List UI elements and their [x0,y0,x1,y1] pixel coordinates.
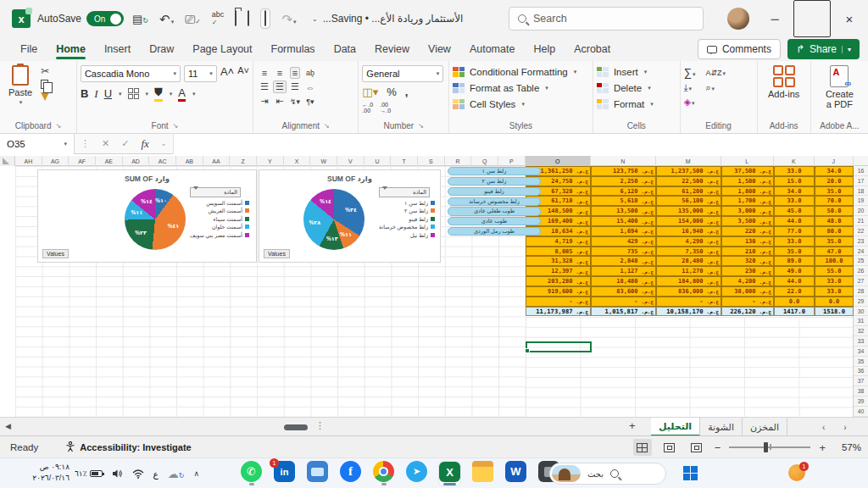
document-title[interactable]: الأستثمار وريادة الأع... • Saving...⌄ [312,0,463,37]
autosum-icon[interactable]: ∑▾ [684,66,696,79]
add-sheet-button[interactable]: + [629,419,636,432]
cell-styles-button[interactable]: Cell Styles▾ [453,96,525,112]
slicer-item[interactable]: طوب رمل الوردي [448,227,541,236]
increase-indent-icon[interactable]: ⇤ [275,96,283,107]
cell-L-25[interactable]: 320ج.م. [721,256,774,266]
cell-M-25[interactable]: 28,480ج.م. [656,256,721,266]
wrap-text-icon[interactable]: ↯▾ [290,97,300,106]
cell-K-22[interactable]: 77.0 [774,226,815,236]
cell-J-18[interactable]: 35.0 [815,186,854,197]
cell-O-28[interactable]: 919,600ج.م. [526,286,591,297]
cell-L-30[interactable]: 226,120ج.م. [721,307,774,317]
cell-L-21[interactable]: 3,500ج.م. [721,216,774,226]
cell-M-28[interactable]: 836,000ج.م. [656,286,721,297]
notification-app-icon[interactable]: 1 [788,464,805,481]
cell-O-29[interactable]: -ج.م. [526,297,591,307]
cell-N-17[interactable]: 2,250ج.م. [591,176,656,186]
cell-N-25[interactable]: 2,848ج.م. [591,256,656,266]
cell-N-16[interactable]: 123,750ج.م. [591,166,656,176]
formula-input[interactable] [173,134,868,154]
cell-M-30[interactable]: 10,158,170ج.م. [656,307,721,317]
font-color-icon[interactable]: A [178,86,186,102]
column-header-L[interactable]: L [721,156,774,166]
cell-M-22[interactable]: 16,940ج.م. [656,226,721,236]
start-button[interactable] [683,466,698,480]
font-size-select[interactable]: 11▾ [184,65,217,82]
cell-M-27[interactable]: 184,800ج.م. [656,276,721,286]
underline-button[interactable]: U [104,87,112,100]
alignment-launcher[interactable]: ↘ [324,122,330,130]
slicer-item[interactable]: طوب طفلي عادي [448,207,541,215]
cell-M-23[interactable]: 4,290ج.م. [656,236,721,247]
cell-O-25[interactable]: 31,328ج.م. [526,256,591,266]
cell-L-27[interactable]: 4,200ج.م. [721,276,774,286]
clipboard-launcher[interactable]: ↘ [56,122,62,130]
slicer-item[interactable]: زلط فينو [448,187,541,196]
row-header-18[interactable]: 18 [854,186,868,197]
slicer-item[interactable]: زلط مخصوص خرسانة [448,197,541,206]
search-box[interactable]: Search [509,7,704,30]
normal-view-icon[interactable] [633,439,652,456]
onedrive-icon[interactable]: ☁↻ [168,468,185,480]
values-field-button[interactable]: Values [264,249,290,258]
sheet-tab[interactable]: الشونة [700,418,743,436]
row-header-22[interactable]: 22 [854,226,868,236]
print-icon[interactable]: ⎚✓ [185,13,201,25]
pie-chart-1[interactable]: SUM OF وارد %١٠%٤١%٢٣%١١%١٤ المادةأسمنت … [37,169,257,263]
column-header-AE[interactable]: AE [96,156,123,166]
ribbon-tab-acrobat[interactable]: Acrobat [565,40,619,58]
scrollbar-splitter[interactable]: ⋮ [315,420,325,431]
open-icon[interactable] [235,11,236,26]
row-header-23[interactable]: 23 [854,236,868,247]
accessibility-status[interactable]: Accessibility: Investigate [65,441,191,452]
column-header-AB[interactable]: AB [176,156,203,166]
column-header-AH[interactable]: AH [15,156,42,166]
cell-M-24[interactable]: 7,350ج.م. [656,247,721,257]
cell-L-22[interactable]: 220ج.م. [721,226,774,236]
create-pdf-button[interactable]: Create a PDF [821,64,859,111]
row-header-33[interactable]: 33 [854,336,868,347]
ribbon-tab-file[interactable]: File [12,40,46,58]
decrease-indent-icon[interactable]: ⇥ [260,96,268,107]
row-header-24[interactable]: 24 [854,247,868,257]
remote-desktop-icon[interactable] [306,461,329,486]
chrome-icon[interactable] [372,461,395,486]
font-name-select[interactable]: Cascadia Mono▾ [81,65,181,82]
cell-J-27[interactable]: 33.0 [815,276,854,286]
sort-filter-icon[interactable]: A⇵Z▾ [705,69,726,77]
cell-J-21[interactable]: 48.0 [815,216,854,226]
slicer-item[interactable]: طوب عادي [448,217,541,225]
font-launcher[interactable]: ↘ [173,122,179,130]
linkedin-icon[interactable]: in1 [273,461,296,486]
copy-icon[interactable] [41,80,48,89]
column-header-U[interactable]: U [364,156,392,166]
cell-N-28[interactable]: 83,600ج.م. [591,286,656,297]
legend-field-button[interactable]: المادة [379,187,430,197]
cell-K-27[interactable]: 44.0 [774,276,815,286]
undo-icon[interactable]: ↶▾ [159,13,174,25]
cell-L-17[interactable]: 1,500ج.م. [721,176,774,186]
cell-K-23[interactable]: 33.0 [774,236,815,247]
align-right-icon[interactable]: ☰ [291,81,299,92]
excel-app-icon[interactable]: x [12,9,31,28]
italic-button[interactable]: I [94,87,97,101]
column-header-N[interactable]: N [591,156,656,166]
tab-nav-next-icon[interactable]: › [843,423,846,432]
row-header-30[interactable]: 30 [854,307,868,317]
align-left-icon[interactable]: ☰ [260,81,269,92]
cell-O-27[interactable]: 203,280ج.م. [526,276,591,286]
find-select-icon[interactable]: ⌕▾ [705,82,726,93]
file-explorer-icon[interactable] [471,461,494,486]
pie-chart-2[interactable]: SUM OF وارد %٣٤%١١%١٣%٢٨%١٤ المادةزلط سن… [259,169,441,263]
column-header-Z[interactable]: Z [230,156,257,166]
cell-J-19[interactable]: 70.0 [815,196,854,206]
view-code-icon[interactable] [260,8,270,29]
column-header-T[interactable]: T [391,156,418,166]
cell-L-19[interactable]: 1,700ج.م. [721,196,774,206]
delete-cells-button[interactable]: Delete▾ [597,80,651,96]
row-header-17[interactable]: 17 [854,176,868,186]
paste-button[interactable]: Paste▾ [3,64,37,108]
row-header-36[interactable]: 36 [854,367,868,377]
legend-field-button[interactable]: المادة [190,187,241,197]
maximize-button[interactable] [793,0,831,37]
